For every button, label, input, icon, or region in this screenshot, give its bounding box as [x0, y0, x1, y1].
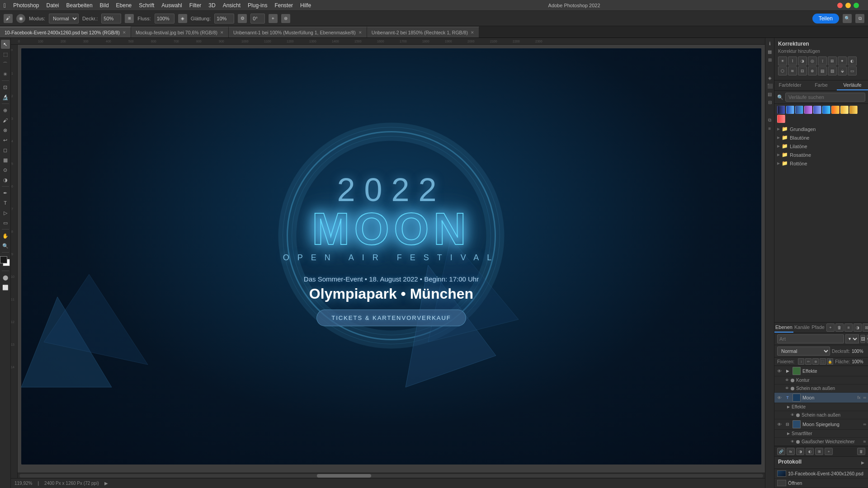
airbrush-icon[interactable]: ◈ — [178, 14, 187, 23]
exposure-icon[interactable]: ◑ — [798, 56, 807, 66]
blackwhite-icon[interactable]: ◐ — [848, 56, 857, 66]
adj-btn[interactable]: ◐ — [806, 448, 814, 455]
folder-grundlagen[interactable]: ▶ 📁 Grundlagen — [774, 125, 868, 133]
quick-mask-tool[interactable]: ⬤ — [1, 273, 10, 282]
tab-kanaele[interactable]: Kanäle — [793, 323, 811, 333]
menu-fenster[interactable]: Fenster — [274, 2, 293, 9]
dodge-tool[interactable]: ◑ — [1, 175, 10, 184]
levels-icon[interactable]: ⟟ — [818, 56, 827, 66]
pen-tool[interactable]: ✒ — [1, 188, 10, 197]
menu-auswahl[interactable]: Auswahl — [161, 2, 182, 9]
settings-icon[interactable]: ⚙ — [238, 14, 247, 23]
menu-3d[interactable]: 3D — [208, 2, 215, 9]
sub-kontur[interactable]: 👁 Kontur — [774, 376, 868, 385]
sub-smartfilter[interactable]: ▶ Smartfilter — [774, 430, 868, 438]
swatch-8[interactable] — [849, 106, 858, 114]
trash-btn[interactable]: 🗑 — [857, 448, 865, 455]
mask-btn[interactable]: ◑ — [796, 448, 804, 455]
vis-effekte2[interactable]: ▶ — [787, 405, 790, 409]
window-close[interactable] — [837, 3, 843, 8]
menu-bild[interactable]: Bild — [100, 2, 109, 9]
magic-wand-tool[interactable]: ✳ — [1, 70, 10, 79]
vis-kontur[interactable]: 👁 — [785, 378, 789, 382]
color-icon[interactable]: ◈ — [766, 74, 774, 81]
layer-filter-select[interactable]: ▼ — [845, 334, 859, 343]
tab-close-0[interactable]: ✕ — [123, 30, 126, 35]
swatch-2[interactable] — [795, 106, 803, 114]
brightness-icon[interactable]: ☀ — [778, 56, 787, 66]
tab-ebenen[interactable]: Ebenen — [774, 323, 793, 333]
vis-effekte[interactable]: 👁 — [776, 369, 783, 374]
navigator-icon[interactable]: ⊞ — [766, 56, 774, 63]
menu-hilfe[interactable]: Hilfe — [300, 2, 311, 9]
shape-tool[interactable]: ▭ — [1, 218, 10, 227]
gradient-search-input[interactable] — [785, 93, 865, 102]
glaettung-input[interactable] — [214, 14, 234, 23]
newlayer-btn[interactable]: + — [825, 448, 833, 455]
layer-effekte[interactable]: 👁 ▶ Effekte — [774, 366, 868, 376]
mask-layer-btn[interactable]: ◑ — [854, 324, 862, 332]
new-layer-btn[interactable]: + — [826, 324, 835, 332]
folder-lilatoene[interactable]: ▶ 📁 Lilatöne — [774, 142, 868, 150]
colorbalance-icon[interactable]: ⊞ — [828, 56, 837, 66]
gradient-icon[interactable]: ▤ — [766, 90, 774, 98]
swatch-5[interactable] — [822, 106, 830, 114]
crop-tool[interactable]: ⊡ — [1, 83, 10, 92]
swatch-6[interactable] — [831, 106, 840, 114]
photofilt-icon[interactable]: ⬡ — [778, 66, 787, 75]
window-maximize[interactable] — [854, 3, 859, 8]
vis-moon[interactable]: 👁 — [776, 395, 783, 400]
share-button[interactable]: Teilen — [812, 14, 839, 23]
hand-tool[interactable]: ✋ — [1, 231, 10, 240]
tab-close-3[interactable]: ✕ — [471, 30, 474, 35]
menu-ansicht[interactable]: Ansicht — [223, 2, 241, 9]
window-minimize[interactable] — [845, 3, 851, 8]
swatch-0[interactable] — [777, 106, 785, 114]
adjust-layer-btn[interactable]: ≡ — [844, 324, 853, 332]
blur-tool[interactable]: ⊙ — [1, 165, 10, 174]
screen-mode-tool[interactable]: ⬜ — [1, 283, 10, 292]
apple-menu[interactable]:  — [4, 2, 6, 9]
sub-gauss[interactable]: 👁 Gaußscher Weichzeichner ≋ — [774, 438, 868, 446]
lasso-tool[interactable]: ⌒ — [1, 60, 10, 69]
foreground-color[interactable] — [0, 256, 7, 263]
path-select-tool[interactable]: ▷ — [1, 208, 10, 217]
threshold-icon[interactable]: ▨ — [828, 66, 837, 75]
move-tool[interactable]: ↖ — [1, 40, 10, 49]
fluss-input[interactable] — [155, 14, 175, 23]
layer-moon[interactable]: 👁 T Moon fx ∞ — [774, 393, 868, 403]
modus-select[interactable]: Normal — [49, 14, 79, 23]
eraser-tool[interactable]: ◻ — [1, 145, 10, 155]
menu-photoshop[interactable]: Photoshop — [13, 2, 39, 9]
deckr-input[interactable] — [101, 14, 121, 23]
tab-0[interactable]: 10-Facebook-Event-2400x1260.psd bei 120%… — [0, 27, 131, 38]
channels-icon[interactable]: ≡ — [766, 125, 774, 132]
zoom-tool[interactable]: 🔍 — [1, 241, 10, 250]
flaeche-value[interactable]: 100% — [852, 359, 865, 364]
group-btn[interactable]: ⊞ — [815, 448, 823, 455]
history-brush-tool[interactable]: ↩ — [1, 136, 10, 145]
eyedropper-tool[interactable]: 🔬 — [1, 93, 10, 102]
vis-moon-spiegel[interactable]: 👁 — [776, 422, 783, 427]
protokoll-expand[interactable]: ▶ — [861, 460, 864, 465]
invert-icon[interactable]: ⊗ — [808, 66, 817, 75]
menu-plugins[interactable]: Plug-ins — [248, 2, 267, 9]
fix-all-icon[interactable]: 🔒 — [827, 358, 833, 365]
posterize-icon[interactable]: ▤ — [818, 66, 827, 75]
vis-gauss[interactable]: 👁 — [791, 440, 794, 444]
layer-icon-filter1[interactable]: 🖼 — [860, 335, 865, 343]
selection-tool[interactable]: ⬚ — [1, 50, 10, 59]
tab-farbfelder[interactable]: Farbfelder — [774, 80, 806, 90]
sub-schein1[interactable]: 👁 Schein nach außen — [774, 385, 868, 393]
tab-farbe[interactable]: Farbe — [806, 80, 837, 90]
fix-transform-icon[interactable]: ⊕ — [812, 358, 819, 365]
swatch-4[interactable] — [813, 106, 821, 114]
h-scrollbar[interactable] — [18, 473, 765, 478]
vibrance-icon[interactable]: ✦ — [838, 56, 847, 66]
histogram-icon[interactable]: ▦ — [766, 48, 774, 55]
channelmix-icon[interactable]: ≋ — [788, 66, 797, 75]
colrlookup-icon[interactable]: ⊟ — [798, 66, 807, 75]
fix-brush-icon[interactable]: ✏ — [805, 358, 811, 365]
brush-tool-icon[interactable]: 🖌 — [4, 14, 13, 23]
menu-schrift[interactable]: Schrift — [139, 2, 154, 9]
